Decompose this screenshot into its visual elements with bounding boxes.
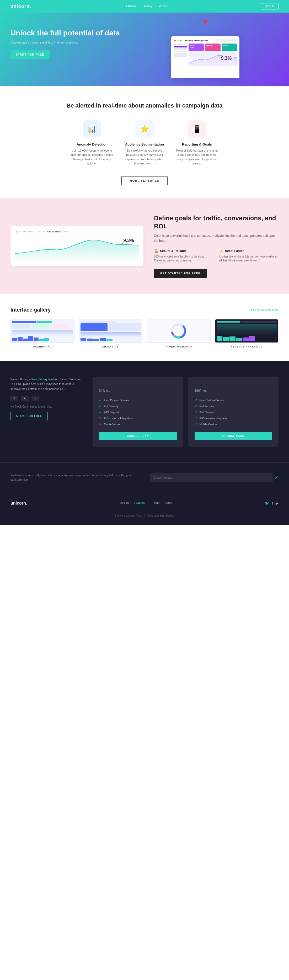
goals-section: Upload data Last 500 Last 30 Last 24 hou…	[0, 198, 289, 294]
pricing-logo-1: T	[11, 396, 18, 401]
gallery-item-dashboard[interactable]: DASHBOARD	[11, 319, 75, 348]
pricing-feature-item: ✕ Mobile Version	[99, 422, 176, 426]
nav-signin[interactable]: Sign In	[261, 3, 278, 10]
pricing-price-49: $49/ mo.	[99, 383, 176, 394]
mockup-card-3: Delivered	[222, 43, 237, 51]
check-icon: ✓	[195, 422, 197, 426]
goals-features: 🔒 Secure & Reliable 100% encrypted from …	[154, 249, 278, 262]
footer-copyright: Software Landing Page | © Made with Briz…	[11, 510, 278, 517]
mockup-chart: 9.3%	[189, 53, 237, 66]
footer-link-about[interactable]: About	[165, 501, 172, 505]
facebook-icon[interactable]: f	[272, 501, 273, 505]
gallery-hint[interactable]: Click images to zoom	[251, 308, 278, 311]
pricing-feature-item: ✕ E-Commerce Integration	[99, 417, 176, 420]
nav-links: Features Gallery Pricing	[124, 5, 168, 8]
pricing-card-99: $99/ mo. ✓ Free Custom Domain ✓ Full Sec…	[188, 377, 278, 447]
goals-feature-desc-secure: 100% encrypted from the client to the cl…	[154, 255, 214, 262]
goals-desc: Color is so powerful that it can persuad…	[154, 233, 278, 243]
dashboard-mockup-thumb	[11, 320, 74, 342]
goals-feature-secure: 🔒 Secure & Reliable 100% encrypted from …	[154, 249, 214, 262]
gallery-thumb-charts[interactable]	[147, 319, 211, 343]
sidebar-item-active	[174, 46, 187, 48]
footer-logo: unicorn.	[11, 501, 27, 506]
check-icon: ✓	[99, 398, 102, 402]
gallery-item-analytics[interactable]: ANALYTICS	[79, 319, 143, 348]
hero-arrow-icon: ▼	[202, 18, 209, 27]
audience-icon: ⭐	[134, 120, 155, 139]
newsletter-text: We'll make sure to only send interesting…	[11, 473, 139, 482]
choose-plan-button-99[interactable]: CHOOSE PLAN	[195, 432, 272, 440]
twitter-icon[interactable]: 🐦	[265, 501, 269, 505]
youtube-icon[interactable]: ▶	[276, 501, 278, 505]
upload-tab-24h[interactable]: Last 24 hours	[47, 230, 61, 233]
nav-link-pricing[interactable]: Pricing	[159, 5, 168, 8]
upload-tab-500[interactable]: Last 500	[28, 230, 36, 233]
newsletter-email-input[interactable]	[150, 473, 273, 482]
card-value: 2019	[190, 46, 203, 49]
dash-bar	[12, 321, 37, 323]
pricing-logos: T F Y	[11, 396, 85, 401]
upload-tab-30[interactable]: Last 30	[38, 230, 45, 233]
dash-tile	[32, 325, 49, 329]
mockup-main: Mar 27 2019 395729 Delivered	[189, 43, 237, 66]
feature-desc-audience: Be careful what you believe because that…	[124, 148, 165, 166]
pricing-card-49: $49/ mo. ✓ Free Custom Domain ✓ Full Sec…	[92, 377, 183, 447]
get-started-button[interactable]: GET STARTED FOR FREE	[154, 269, 206, 278]
react-icon: ⚡	[219, 249, 224, 253]
choose-plan-button-49[interactable]: CHOOSE PLAN	[99, 432, 176, 440]
more-features-button[interactable]: MORE FEATURES	[121, 176, 168, 185]
pie-chart-icon	[170, 322, 188, 340]
gallery-thumb-dashboard[interactable]	[11, 319, 75, 343]
footer: unicorn. Design Features Pricing About 🐦…	[0, 493, 289, 525]
pricing-feature-item: ✓ Free Custom Domain	[195, 398, 272, 402]
feature-desc-reporting: Point of Sale hardware, the till at a sh…	[176, 148, 218, 166]
dash-chart-area	[12, 330, 73, 336]
gallery-title: Interface gallery	[11, 307, 51, 313]
nav-link-features[interactable]: Features	[124, 5, 136, 8]
mockup-sidebar	[174, 43, 187, 66]
footer-top: unicorn. Design Features Pricing About 🐦…	[11, 501, 278, 506]
goals-feature-desc-react: Another title for this article can be "H…	[219, 255, 279, 262]
chart-stat: 9.3%	[221, 56, 232, 61]
features-intro-section: Be alerted in real-time about anomalies …	[0, 86, 289, 198]
footer-link-features[interactable]: Features	[134, 501, 145, 505]
sidebar-item	[174, 55, 187, 57]
feature-title-reporting: Reporting & Goals	[176, 142, 218, 146]
pricing-features-99: ✓ Free Custom Domain ✓ Full Security ✓ 2…	[195, 398, 272, 426]
newsletter-submit-button[interactable]: ✓	[275, 475, 278, 480]
pricing-start-button[interactable]: START FOR FREE	[11, 412, 48, 420]
navbar: unicorn. Features Gallery Pricing Sign I…	[0, 0, 289, 13]
footer-link-pricing[interactable]: Pricing	[151, 501, 159, 505]
gallery-section: Interface gallery Click images to zoom	[0, 294, 289, 361]
pricing-intro-text: We're offering a Free 14-day trial for U…	[11, 377, 85, 391]
gallery-item-revenue[interactable]: REVENUE ANALYTICS	[215, 319, 279, 348]
cross-icon: ✕	[99, 417, 102, 420]
hero-text: Unlock the full potential of data Analys…	[11, 26, 132, 59]
no-credit-text: No Credit Card needed to start trial:	[11, 405, 85, 408]
pricing-feature-item: ✓ 24/7 Support	[195, 410, 272, 414]
pricing-trial-link[interactable]: Free 14-day trial	[32, 378, 54, 381]
check-icon: ✓	[195, 404, 197, 408]
check-icon: ✓	[195, 398, 197, 402]
pricing-feature-item: ✓ E-Commerce Integration	[195, 417, 272, 420]
pricing-logo-3: Y	[32, 396, 39, 401]
sidebar-item	[174, 53, 187, 54]
gallery-thumb-revenue[interactable]	[215, 319, 279, 343]
pricing-feature-item: ✓ Free Custom Domain	[99, 398, 176, 402]
upload-tab-5d[interactable]: Last 5	[63, 230, 69, 233]
gallery-header: Interface gallery Click images to zoom	[11, 307, 278, 313]
gallery-thumb-analytics[interactable]	[79, 319, 143, 343]
upload-tab-upload[interactable]: Upload data	[15, 230, 26, 233]
hero-cta-button[interactable]: START FOR FREE	[11, 50, 49, 59]
feature-title-anomaly: Anomaly Detection	[71, 142, 113, 146]
mockup-card-2: 395729	[205, 43, 221, 51]
nav-link-gallery[interactable]: Gallery	[142, 5, 152, 8]
dash-bars	[12, 336, 73, 341]
footer-link-design[interactable]: Design	[120, 501, 129, 505]
goals-chart: 9.3% Message Opened	[15, 235, 139, 261]
gallery-item-charts[interactable]: IN-DEPTH CHARTS	[147, 319, 211, 348]
goals-text: Define goals for traffic, conversions, a…	[154, 214, 278, 278]
goals-feature-title-secure: 🔒 Secure & Reliable	[154, 249, 214, 253]
pricing-section: We're offering a Free 14-day trial for U…	[0, 361, 289, 462]
dash-bar	[37, 321, 52, 323]
